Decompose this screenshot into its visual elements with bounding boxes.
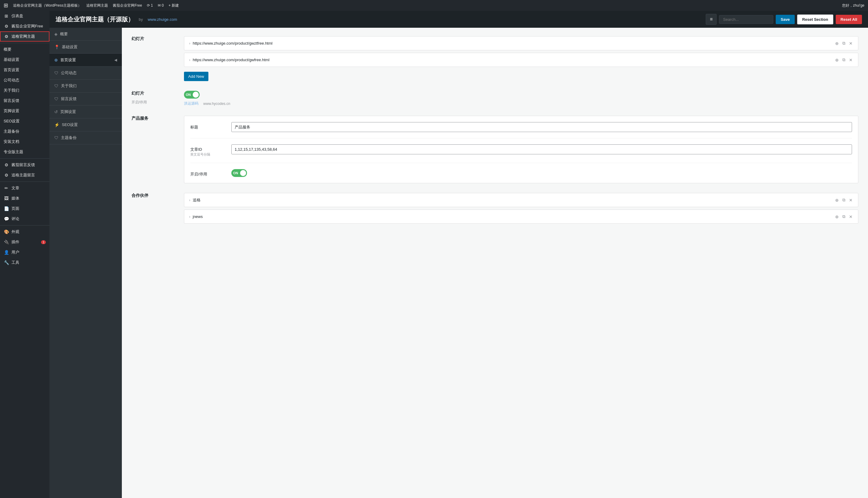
- panel-item-message[interactable]: 🛡 留言反馈: [50, 93, 122, 105]
- partner-delete-2[interactable]: ✕: [848, 213, 853, 220]
- customizer-title: 追格企业官网主题（开源版）: [55, 15, 134, 24]
- homepage-chevron: ◀: [114, 58, 117, 62]
- slideshow-copy-1[interactable]: ⧉: [842, 40, 846, 47]
- sidebar-item-plugins[interactable]: 🔌 插件 1: [0, 237, 50, 247]
- adminbar-comments[interactable]: ✉ 0: [158, 3, 164, 8]
- slideshow-copy-2[interactable]: ⧉: [842, 57, 846, 63]
- panel-item-overview[interactable]: ◈ 概要: [50, 28, 122, 41]
- sidebar-item-backup[interactable]: 主题备份: [0, 126, 50, 136]
- slideshow-drag-2[interactable]: ⊕: [834, 57, 839, 63]
- customizer-by-label: by: [139, 17, 143, 22]
- tools-icon: 🔧: [4, 260, 9, 265]
- watermark-url: www.hycodes.cn: [203, 102, 230, 106]
- sidebar-item-posts[interactable]: ✏ 文章: [0, 183, 50, 193]
- panel-item-seo[interactable]: ⚡ SEO设置: [50, 118, 122, 131]
- adminbar-new[interactable]: + 新建: [169, 3, 179, 8]
- panel-item-backup[interactable]: 🛡 主题备份: [50, 131, 122, 144]
- product-articleid-row: 文章ID 英文逗号分隔: [190, 144, 852, 163]
- product-service-controls: 标题 文章ID 英文逗号分隔: [184, 116, 858, 183]
- seo-icon: ⚡: [54, 122, 60, 127]
- adminbar-theme2[interactable]: 酱茄企业官网Free: [113, 3, 142, 8]
- save-button[interactable]: Save: [776, 15, 794, 24]
- sidebar-item-jiangqie[interactable]: ⚙ 酱茄企业官网Free: [0, 21, 50, 31]
- sidebar-item-tools[interactable]: 🔧 工具: [0, 258, 50, 268]
- watermark-label: 洪运源码: [184, 101, 198, 106]
- basic-icon: 📍: [54, 44, 60, 50]
- product-articleid-input[interactable]: [231, 144, 852, 154]
- sidebar-item-overview[interactable]: 概要: [0, 44, 50, 55]
- sidebar-item-basic[interactable]: 基础设置: [0, 55, 50, 65]
- backup-icon: 🛡: [54, 135, 59, 140]
- about-icon: 🛡: [54, 83, 59, 88]
- product-title-input[interactable]: [231, 122, 852, 132]
- footer-icon: ↺: [54, 109, 58, 114]
- sidebar-item-jiangqie-feedback[interactable]: ⚙ 酱茄留言反馈: [0, 160, 50, 170]
- sidebar-item-zhuige-feedback[interactable]: ⚙ 追格主题留言: [0, 170, 50, 180]
- comments-icon: 💬: [4, 217, 9, 221]
- sidebar-item-footer[interactable]: 页脚设置: [0, 106, 50, 116]
- partner-item-1-header[interactable]: › 追格 ⊕ ⧉ ✕: [184, 193, 858, 207]
- sidebar-item-homepage[interactable]: 首页设置: [0, 65, 50, 75]
- search-input[interactable]: [719, 15, 773, 24]
- slideshow-toggle-switch[interactable]: ON: [184, 91, 200, 99]
- partner-name-2: jnews: [193, 214, 832, 219]
- dashboard-icon: ⊞: [4, 14, 9, 18]
- partner-drag-2[interactable]: ⊕: [834, 213, 839, 220]
- panel-item-company[interactable]: 🛡 公司动态: [50, 67, 122, 80]
- adminbar-theme1[interactable]: 追格官网主题: [86, 3, 108, 8]
- slideshow-chevron-1: ›: [189, 41, 190, 45]
- panel-item-homepage[interactable]: ⊕ 首页设置 ◀: [50, 54, 122, 67]
- slideshow-delete-2[interactable]: ✕: [848, 57, 853, 63]
- sidebar-item-pro[interactable]: 专业版主题: [0, 147, 50, 157]
- slideshow-item-1: › https://www.zhuige.com/product/gwztfre…: [184, 36, 858, 50]
- customizer-panel: ◈ 概要 📍 基础设置 ⊕ 首页设置 ◀ 🛡 公司动态 🛡: [50, 28, 122, 498]
- adminbar-updates[interactable]: ⟳ 1: [147, 3, 153, 8]
- gear-icon-1: ⚙: [4, 24, 9, 29]
- slideshow-delete-1[interactable]: ✕: [848, 40, 853, 47]
- slideshow-section: 幻灯片 › https://www.zhuige.com/product/gwz…: [131, 36, 858, 81]
- reset-all-button[interactable]: Reset All: [836, 15, 862, 24]
- customizer-body: ◈ 概要 📍 基础设置 ⊕ 首页设置 ◀ 🛡 公司动态 🛡: [50, 28, 868, 498]
- slideshow-drag-1[interactable]: ⊕: [834, 40, 839, 47]
- slideshow-toggle-row: 幻灯片 开启/停用 ON: [131, 91, 858, 106]
- sidebar-item-news[interactable]: 公司动态: [0, 75, 50, 85]
- product-articleid-label: 文章ID: [190, 144, 226, 152]
- sidebar-item-seo[interactable]: SEO设置: [0, 116, 50, 126]
- customizer-by-url[interactable]: www.zhuige.com: [148, 17, 177, 22]
- posts-icon: ✏: [4, 186, 9, 191]
- sidebar-item-pages[interactable]: 📄 页面: [0, 204, 50, 214]
- slideshow-actions-1: ⊕ ⧉ ✕: [834, 40, 853, 47]
- message-icon: 🛡: [54, 96, 59, 101]
- sidebar-item-dashboard[interactable]: ⊞ 仪表盘: [0, 11, 50, 21]
- partner-drag-1[interactable]: ⊕: [834, 197, 839, 203]
- partner-item-1: › 追格 ⊕ ⧉ ✕: [184, 193, 858, 207]
- wp-logo[interactable]: ⊞: [4, 2, 8, 9]
- sidebar-item-users[interactable]: 👤 用户: [0, 247, 50, 258]
- sidebar-item-about[interactable]: 关于我们: [0, 85, 50, 95]
- panel-item-footer[interactable]: ↺ 页脚设置: [50, 105, 122, 118]
- gear-icon-2: ⚙: [4, 34, 9, 39]
- sidebar-item-feedback[interactable]: 留言反馈: [0, 95, 50, 106]
- partner-copy-2[interactable]: ⧉: [842, 213, 846, 220]
- partner-item-2-header[interactable]: › jnews ⊕ ⧉ ✕: [184, 210, 858, 223]
- adminbar-site-name[interactable]: 追格企业官网主题（WordPress主题模板）: [13, 3, 81, 8]
- slideshow-label: 幻灯片: [131, 36, 177, 42]
- sidebar-item-appearance[interactable]: 🎨 外观: [0, 227, 50, 237]
- customizer-actions: ≡ Save Reset Section Reset All: [706, 14, 862, 25]
- add-new-slideshow-button[interactable]: Add New: [184, 72, 208, 81]
- product-toggle-switch[interactable]: ON: [231, 169, 247, 177]
- sidebar-item-zhuige[interactable]: ⚙ 追格官网主题: [0, 31, 50, 42]
- sidebar-item-install[interactable]: 安装文档: [0, 136, 50, 147]
- slideshow-item-2-header[interactable]: › https://www.zhuige.com/product/gwfree.…: [184, 53, 858, 67]
- partner-copy-1[interactable]: ⧉: [842, 197, 846, 203]
- plugins-icon: 🔌: [4, 240, 9, 245]
- slideshow-item-1-header[interactable]: › https://www.zhuige.com/product/gwztfre…: [184, 37, 858, 50]
- reset-section-button[interactable]: Reset Section: [797, 14, 833, 24]
- sidebar-item-media[interactable]: 🖼 媒体: [0, 193, 50, 204]
- panel-item-about[interactable]: 🛡 关于我们: [50, 80, 122, 93]
- main-content: 追格企业官网主题（开源版） by www.zhuige.com ≡ Save R…: [50, 11, 868, 498]
- partner-delete-1[interactable]: ✕: [848, 197, 853, 203]
- menu-icon-button[interactable]: ≡: [706, 14, 716, 25]
- panel-item-basic[interactable]: 📍 基础设置: [50, 41, 122, 54]
- sidebar-item-comments[interactable]: 💬 评论: [0, 214, 50, 224]
